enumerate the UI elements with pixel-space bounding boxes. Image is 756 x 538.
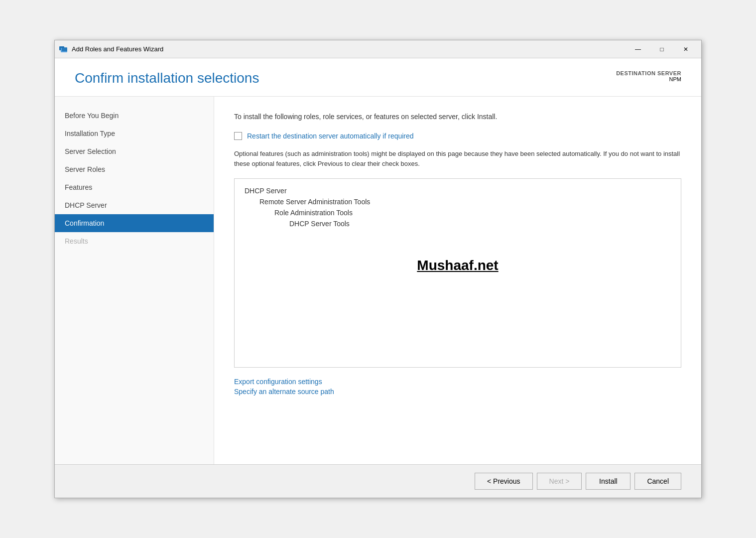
next-button[interactable]: Next > [537,473,582,490]
destination-server-info: DESTINATION SERVER NPM [616,70,681,82]
feature-item: DHCP Server Tools [245,220,671,228]
feature-item: DHCP Server [245,187,671,195]
page-title: Confirm installation selections [75,70,259,86]
features-box: DHCP ServerRemote Server Administration … [234,178,681,368]
intro-text: To install the following roles, role ser… [234,112,681,122]
title-bar: Add Roles and Features Wizard — □ ✕ [55,40,701,58]
window-title: Add Roles and Features Wizard [72,45,627,53]
sidebar-item-server-roles[interactable]: Server Roles [55,160,214,178]
minimize-button[interactable]: — [627,42,649,57]
destination-server-label: DESTINATION SERVER [616,70,681,76]
watermark: Mushaaf.net [245,258,671,273]
wizard-window: Add Roles and Features Wizard — □ ✕ Conf… [54,40,702,498]
sidebar-item-installation-type[interactable]: Installation Type [55,125,214,142]
sidebar-item-confirmation[interactable]: Confirmation [55,214,214,232]
app-icon [59,45,68,54]
restart-checkbox-label: Restart the destination server automatic… [247,132,414,140]
links-section: Export configuration settingsSpecify an … [234,378,681,396]
sidebar-item-dhcp-server[interactable]: DHCP Server [55,196,214,214]
wizard-header: Confirm installation selections DESTINAT… [55,58,701,97]
close-button[interactable]: ✕ [674,42,697,57]
restart-checkbox[interactable] [234,132,242,140]
sidebar: Before You BeginInstallation TypeServer … [55,97,214,464]
svg-rect-2 [62,47,67,51]
feature-item: Remote Server Administration Tools [245,198,671,206]
maximize-button[interactable]: □ [650,42,673,57]
link-alternate-source[interactable]: Specify an alternate source path [234,388,681,396]
footer: < Previous Next > Install Cancel [55,464,701,498]
cancel-button[interactable]: Cancel [634,473,681,490]
content-area: Before You BeginInstallation TypeServer … [55,97,701,464]
install-button[interactable]: Install [586,473,630,490]
sidebar-item-before-you-begin[interactable]: Before You Begin [55,107,214,125]
sidebar-item-results: Results [55,232,214,250]
previous-button[interactable]: < Previous [475,473,533,490]
sidebar-item-server-selection[interactable]: Server Selection [55,142,214,160]
destination-server-value: NPM [616,76,681,82]
sidebar-item-features[interactable]: Features [55,178,214,196]
restart-checkbox-row[interactable]: Restart the destination server automatic… [234,132,681,140]
main-content: To install the following roles, role ser… [214,97,701,464]
optional-text: Optional features (such as administratio… [234,149,681,168]
window-controls: — □ ✕ [627,42,697,57]
feature-item: Role Administration Tools [245,209,671,217]
link-export-config[interactable]: Export configuration settings [234,378,681,386]
